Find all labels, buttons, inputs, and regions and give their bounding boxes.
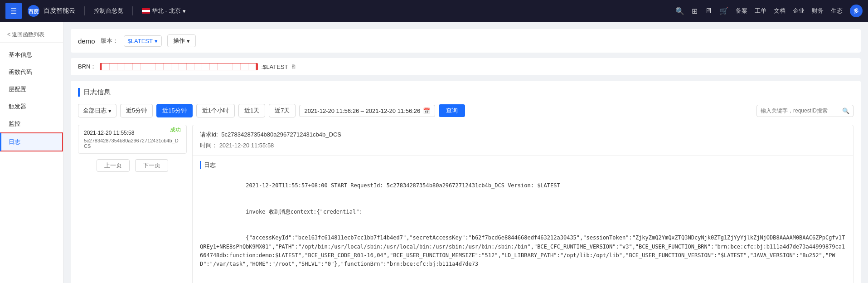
all-logs-filter[interactable]: 全部日志 ▾ (78, 104, 116, 117)
filter-5min[interactable]: 近5分钟 (120, 104, 153, 117)
sidebar-item-trigger[interactable]: 触发器 (0, 98, 63, 115)
baidu-logo: 百度 (27, 5, 40, 17)
nav-enterprise-btn[interactable]: 企业 (793, 7, 805, 15)
main-layout: < 返回函数列表 基本信息 函数代码 层配置 触发器 监控 日志 demo 版本… (0, 22, 868, 283)
control-text: 控制台总览 (94, 7, 123, 15)
query-button[interactable]: 查询 (439, 104, 465, 117)
search-icon-btn[interactable]: 🔍 (675, 7, 684, 15)
request-id-label: 请求id: (200, 131, 218, 138)
monitor-icon-btn[interactable]: 🖥 (705, 7, 712, 15)
nav-docs-btn[interactable]: 文档 (774, 7, 786, 15)
top-nav: ☰ 百度 百度智能云 控制台总览 华北 - 北京 ▾ 🔍 ⊞ 🖥 🛒 备案 工单… (0, 0, 868, 22)
filter-1hour[interactable]: 近1个小时 (196, 104, 235, 117)
ops-label: 操作 (173, 37, 185, 45)
date-range-picker[interactable]: 2021-12-20 11:56:26 – 2021-12-20 11:56:2… (299, 105, 435, 117)
calendar-icon: 📅 (423, 107, 430, 114)
filter-bar: 全部日志 ▾ 近5分钟 近15分钟 近1个小时 近1天 近7天 2021-12-… (78, 104, 853, 117)
nav-divider-2 (132, 6, 133, 15)
filter-7day[interactable]: 近7天 (269, 104, 296, 117)
sidebar-item-log[interactable]: 日志 (0, 132, 63, 151)
svg-text:百度: 百度 (29, 9, 39, 14)
nav-beian-btn[interactable]: 备案 (736, 7, 747, 15)
ops-chevron-icon: ▾ (187, 38, 190, 44)
log-item-status: 成功 (170, 126, 181, 134)
time-row: 时间： 2021-12-20 11:55:58 (200, 142, 846, 150)
brn-label: BRN： (78, 63, 96, 71)
log-list-item[interactable]: 2021-12-20 11:55:58 成功 5c27834287354b80a… (78, 125, 187, 154)
log-content-box: 日志 2021-12-20T11:55:57+08:00 START Reque… (193, 156, 853, 283)
log-line-3: {"accessKeyId":"bce163fc614811ecb7cc1bb7… (200, 234, 845, 267)
cart-icon-btn[interactable]: 🛒 (719, 7, 728, 15)
nav-divider (84, 6, 85, 15)
all-logs-chevron-icon: ▾ (108, 107, 112, 114)
nav-order-btn[interactable]: 工单 (755, 7, 766, 15)
version-label: 版本： (101, 37, 118, 45)
region-text: 华北 - 北京 (152, 7, 181, 15)
sidebar-item-monitor[interactable]: 监控 (0, 115, 63, 132)
menu-button[interactable]: ☰ (5, 3, 22, 19)
sidebar-item-layer[interactable]: 层配置 (0, 81, 63, 98)
main-content: demo 版本： $LATEST ▾ 操作 ▾ BRN： ███████████… (63, 22, 868, 283)
logo-text: 百度智能云 (44, 7, 75, 15)
log-detail: 请求id: 5c27834287354b80a29672712431cb4b_D… (192, 125, 853, 283)
search-icon: 🔍 (842, 107, 849, 114)
filter-15min[interactable]: 近15分钟 (156, 104, 192, 117)
log-line-2: invoke 收到消息context:{"credential": (246, 209, 363, 215)
request-id-value: 5c27834287354b80a29672712431cb4b_DCS (221, 131, 341, 138)
time-label: 时间： (200, 142, 218, 149)
nav-finance-btn[interactable]: 财务 (812, 7, 824, 15)
log-item-time: 2021-12-20 11:55:58 (84, 130, 134, 136)
log-detail-header: 请求id: 5c27834287354b80a29672712431cb4b_D… (193, 125, 853, 156)
function-header: demo 版本： $LATEST ▾ 操作 ▾ (71, 29, 861, 53)
search-input[interactable] (761, 107, 842, 114)
all-logs-label: 全部日志 (83, 107, 107, 115)
ops-button[interactable]: 操作 ▾ (167, 34, 196, 47)
sidebar: < 返回函数列表 基本信息 函数代码 层配置 触发器 监控 日志 (0, 22, 63, 283)
log-body: 2021-12-20 11:55:58 成功 5c27834287354b80a… (78, 125, 853, 283)
brn-row: BRN： ███████████████████████████████████… (71, 58, 861, 75)
prev-page-button[interactable]: 上一页 (97, 159, 130, 172)
section-title: 日志信息 (78, 88, 853, 97)
nav-ecosystem-btn[interactable]: 生态 (831, 7, 843, 15)
brn-latest: :$LATEST (262, 63, 288, 70)
time-value: 2021-12-20 11:55:58 (219, 142, 274, 149)
avatar-button[interactable]: 多 (850, 5, 863, 17)
log-list: 2021-12-20 11:55:58 成功 5c27834287354b80a… (78, 125, 187, 283)
nav-right: 🔍 ⊞ 🖥 🛒 备案 工单 文档 企业 财务 生态 多 (675, 5, 863, 17)
version-select[interactable]: $LATEST ▾ (124, 35, 162, 47)
grid-icon-btn[interactable]: ⊞ (692, 7, 698, 15)
log-text-area: 2021-12-20T11:55:57+08:00 START RequestI… (200, 173, 846, 283)
copy-icon[interactable]: ⎘ (292, 63, 295, 70)
sidebar-item-code[interactable]: 函数代码 (0, 63, 63, 81)
filter-1day[interactable]: 近1天 (238, 104, 265, 117)
version-value: $LATEST (128, 38, 153, 44)
log-section: 日志信息 全部日志 ▾ 近5分钟 近15分钟 近1个小时 近1天 近7天 202… (71, 81, 861, 283)
request-id-row: 请求id: 5c27834287354b80a29672712431cb4b_D… (200, 131, 846, 139)
logo-area: 百度 百度智能云 (27, 5, 75, 17)
log-pagination: 上一页 下一页 (78, 159, 187, 172)
brn-value: ████████████████████████████████████████ (100, 63, 257, 70)
sidebar-item-basic[interactable]: 基本信息 (0, 46, 63, 63)
china-flag (142, 8, 150, 14)
next-page-button[interactable]: 下一页 (135, 159, 168, 172)
chevron-down-icon: ▾ (183, 8, 186, 15)
function-name: demo (78, 37, 95, 45)
log-content-title: 日志 (200, 161, 846, 169)
log-line-1: 2021-12-20T11:55:57+08:00 START RequestI… (246, 182, 560, 189)
version-chevron-icon: ▾ (155, 38, 158, 44)
date-range-value: 2021-12-20 11:56:26 – 2021-12-20 11:56:2… (304, 107, 420, 114)
region-selector[interactable]: 华北 - 北京 ▾ (142, 7, 186, 15)
search-input-wrap[interactable]: 🔍 (756, 105, 853, 117)
log-item-id: 5c27834287354b80a29672712431cb4b_DCS (84, 138, 181, 149)
sidebar-back-link[interactable]: < 返回函数列表 (0, 27, 63, 43)
